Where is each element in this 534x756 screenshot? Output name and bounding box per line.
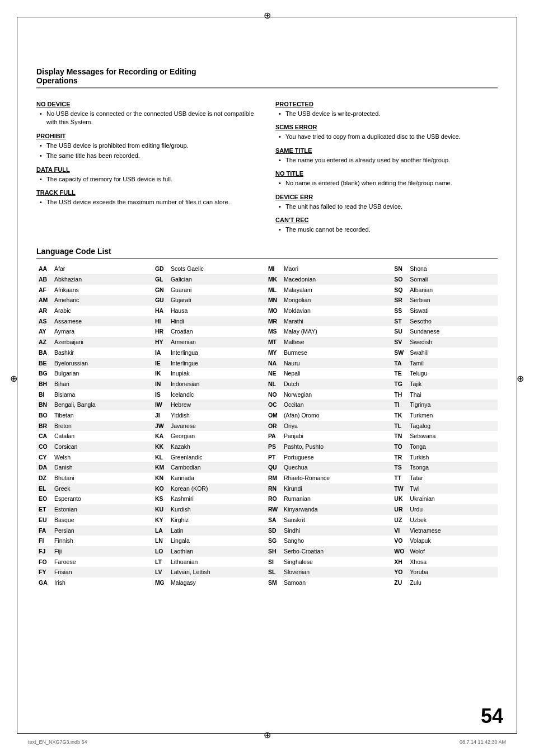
messages-right-col: PROTECTED The USB device is write-protec… xyxy=(275,95,498,236)
msg-prohibit-heading: PROHIBIT xyxy=(36,133,259,139)
msg-no-title-heading: NO TITLE xyxy=(275,170,498,177)
list-item: The USB device is write-protected. xyxy=(278,110,498,118)
lang-code: TT xyxy=(392,473,407,483)
table-row: ELGreekKOKorean (KOR)RNKirundiTWTwi xyxy=(36,483,498,494)
lang-name: Moldavian xyxy=(282,306,392,316)
lang-name: Esperanto xyxy=(52,494,153,504)
lang-name: Byelorussian xyxy=(52,358,153,369)
footer-right: 08.7.14 11:42:30 AM xyxy=(460,739,506,745)
table-row: CACatalanKAGeorgianPAPanjabiTNSetswana xyxy=(36,431,498,442)
lang-name: Finnish xyxy=(52,536,153,546)
lang-name: Somali xyxy=(407,274,498,285)
lang-name: Samoan xyxy=(282,577,392,588)
lang-name: Quechua xyxy=(282,462,392,473)
lang-code: EU xyxy=(36,515,52,525)
lang-code: AS xyxy=(36,316,52,327)
center-mark-top: ⊕ xyxy=(264,10,271,21)
lang-name: Kinyarwanda xyxy=(282,504,392,515)
msg-no-title-list: No name is entered (blank) when editing … xyxy=(278,179,498,187)
lang-name: Bashkir xyxy=(52,348,153,358)
lang-name: Zulu xyxy=(407,577,498,588)
language-code-title: Language Code List xyxy=(36,247,498,259)
lang-code: EL xyxy=(36,483,52,494)
display-messages-title: Display Messages for Recording or Editin… xyxy=(36,67,498,88)
table-row: CYWelshKLGreenlandicPTPortugueseTRTurkis… xyxy=(36,452,498,463)
table-row: FJFijiLOLaothianSHSerbo-CroatianWOWolof xyxy=(36,546,498,557)
lang-code: NL xyxy=(266,379,282,389)
lang-name: Latvian, Lettish xyxy=(168,567,266,577)
lang-name: Fiji xyxy=(52,546,153,557)
lang-name: Urdu xyxy=(407,504,498,515)
lang-code: NE xyxy=(266,368,282,379)
msg-prohibit: PROHIBIT The USB device is prohibited fr… xyxy=(36,133,259,161)
lang-name: Hindi xyxy=(168,316,266,327)
lang-code: KA xyxy=(153,431,168,442)
lang-code: SM xyxy=(266,577,282,588)
lang-name: Georgian xyxy=(168,431,266,442)
msg-protected-heading: PROTECTED xyxy=(275,101,498,107)
lang-code: TR xyxy=(392,452,407,463)
list-item: The unit has failed to read the USB devi… xyxy=(278,203,498,211)
lang-code: AR xyxy=(36,306,52,316)
lang-code: BI xyxy=(36,389,52,400)
lang-code: WO xyxy=(392,546,407,557)
lang-name: Norwegian xyxy=(282,389,392,400)
language-table: AAAfarGDScots GaelicMIMaoriSNShonaABAbkh… xyxy=(36,264,498,588)
lang-code: GU xyxy=(153,295,168,306)
footer: text_EN_NXG7G3.indb 54 08.7.14 11:42:30 … xyxy=(28,739,506,745)
msg-scms-error: SCMS ERROR You have tried to copy from a… xyxy=(275,124,498,141)
lang-code: CY xyxy=(36,452,52,463)
lang-code: JI xyxy=(153,410,168,421)
table-row: AAAfarGDScots GaelicMIMaoriSNShona xyxy=(36,264,498,274)
lang-name: Vietnamese xyxy=(407,525,498,536)
table-row: GAIrishMGMalagasySMSamoanZUZulu xyxy=(36,577,498,588)
lang-name: Bislama xyxy=(52,389,153,400)
msg-prohibit-list: The USB device is prohibited from editin… xyxy=(39,142,259,161)
lang-name: Greek xyxy=(52,483,153,494)
lang-code: CA xyxy=(36,431,52,442)
language-table-container: AAAfarGDScots GaelicMIMaoriSNShonaABAbkh… xyxy=(36,264,498,588)
msg-scms-error-heading: SCMS ERROR xyxy=(275,124,498,130)
lang-code: AY xyxy=(36,326,52,337)
lang-name: Pashto, Pushto xyxy=(282,442,392,452)
lang-name: Telugu xyxy=(407,368,498,379)
lang-name: Albanian xyxy=(407,285,498,295)
lang-code: BE xyxy=(36,358,52,369)
lang-code: KK xyxy=(153,442,168,452)
footer-left: text_EN_NXG7G3.indb 54 xyxy=(28,739,87,745)
center-mark-left: ⊕ xyxy=(10,373,17,383)
table-row: ASAssameseHIHindiMRMarathiSTSesotho xyxy=(36,316,498,327)
lang-name: Frisian xyxy=(52,567,153,577)
table-row: BIBislamaISIcelandicNONorwegianTHThai xyxy=(36,389,498,400)
list-item: The name you entered is already used by … xyxy=(278,156,498,165)
lang-code: XH xyxy=(392,557,407,567)
lang-code: TK xyxy=(392,410,407,421)
table-row: FIFinnishLNLingalaSGSanghoVOVolapuk xyxy=(36,536,498,546)
lang-name: Tigrinya xyxy=(407,400,498,410)
lang-code: LN xyxy=(153,536,168,546)
list-item: No USB device is connected or the connec… xyxy=(39,110,259,127)
lang-code: TN xyxy=(392,431,407,442)
lang-name: Danish xyxy=(52,462,153,473)
lang-name: Hausa xyxy=(168,306,266,316)
lang-name: Thai xyxy=(407,389,498,400)
lang-code: KU xyxy=(153,504,168,515)
lang-name: Slovenian xyxy=(282,567,392,577)
lang-name: Turkmen xyxy=(407,410,498,421)
lang-code: FA xyxy=(36,525,52,536)
lang-code: SV xyxy=(392,337,407,348)
lang-code: KM xyxy=(153,462,168,473)
lang-name: Singhalese xyxy=(282,557,392,567)
lang-name: Sanskrit xyxy=(282,515,392,525)
lang-name: Siswati xyxy=(407,306,498,316)
list-item: The same title has been recorded. xyxy=(39,152,259,160)
lang-code: BO xyxy=(36,410,52,421)
lang-code: JW xyxy=(153,421,168,431)
msg-data-full-heading: DATA FULL xyxy=(36,166,259,173)
lang-code: UK xyxy=(392,494,407,504)
msg-track-full: TRACK FULL The USB device exceeds the ma… xyxy=(36,189,259,206)
msg-device-err: DEVICE ERR The unit has failed to read t… xyxy=(275,194,498,211)
lang-name: Nepali xyxy=(282,368,392,379)
lang-code: MO xyxy=(266,306,282,316)
page: ⊕ ⊕ ⊕ ⊕ 54 text_EN_NXG7G3.indb 54 08.7.1… xyxy=(0,0,534,756)
